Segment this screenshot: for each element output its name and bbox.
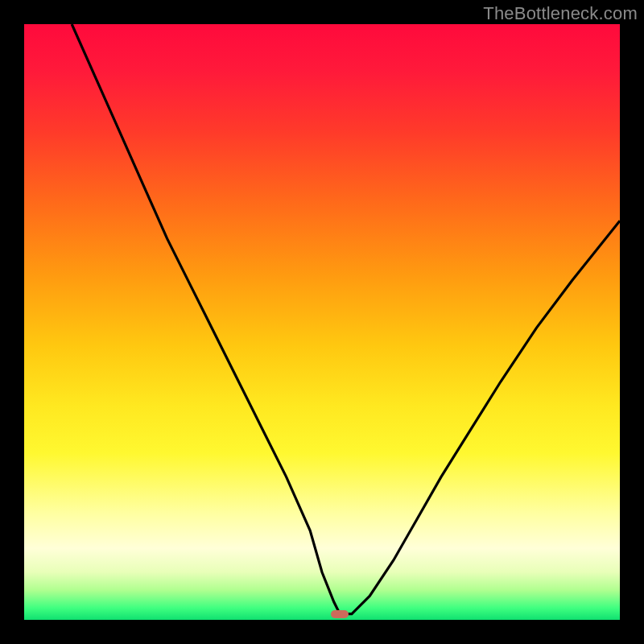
curve-minimum-marker xyxy=(331,610,349,618)
watermark-text: TheBottleneck.com xyxy=(483,3,638,24)
chart-frame: TheBottleneck.com xyxy=(0,0,644,644)
plot-area xyxy=(24,24,620,620)
bottleneck-curve xyxy=(24,24,620,620)
